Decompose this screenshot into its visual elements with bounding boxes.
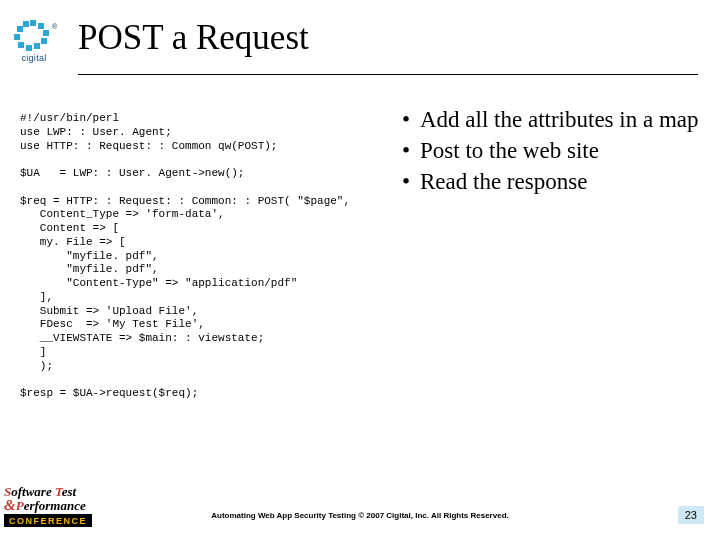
svg-rect-9	[23, 21, 29, 27]
bullet-dot-icon: •	[400, 137, 420, 166]
svg-rect-6	[18, 42, 24, 48]
svg-rect-2	[43, 30, 49, 36]
bullet-dot-icon: •	[400, 106, 420, 135]
code-block: #!/usr/bin/perl use LWP: : User. Agent; …	[20, 112, 395, 401]
svg-rect-1	[38, 23, 44, 29]
svg-rect-0	[30, 20, 36, 26]
page-number: 23	[678, 506, 704, 524]
bullet-item: • Post to the web site	[400, 137, 705, 166]
svg-rect-5	[26, 45, 32, 51]
brand-name: cigital	[8, 53, 60, 63]
svg-rect-8	[17, 26, 23, 32]
conference-logo: Software Test &Performance CONFERENCE	[4, 484, 94, 536]
title-underline	[78, 74, 698, 75]
svg-rect-3	[41, 38, 47, 44]
bullet-text: Read the response	[420, 168, 587, 197]
slide-title: POST a Request	[78, 18, 309, 58]
svg-rect-7	[14, 34, 20, 40]
brand-logo: ® cigital	[8, 20, 60, 63]
bullet-item: • Read the response	[400, 168, 705, 197]
conference-logo-icon: Software Test &Performance CONFERENCE	[4, 484, 94, 532]
bullet-dot-icon: •	[400, 168, 420, 197]
bullet-item: • Add all the attributes in a map	[400, 106, 705, 135]
bullet-list: • Add all the attributes in a map • Post…	[400, 106, 705, 198]
trademark-symbol: ®	[52, 23, 58, 30]
slide: ® cigital POST a Request #!/usr/bin/perl…	[0, 0, 720, 540]
bullet-text: Add all the attributes in a map	[420, 106, 698, 135]
bullet-text: Post to the web site	[420, 137, 599, 166]
svg-rect-4	[34, 43, 40, 49]
footer-copyright: Automating Web App Security Testing © 20…	[0, 511, 720, 520]
cigital-mark-icon: ®	[8, 20, 60, 52]
